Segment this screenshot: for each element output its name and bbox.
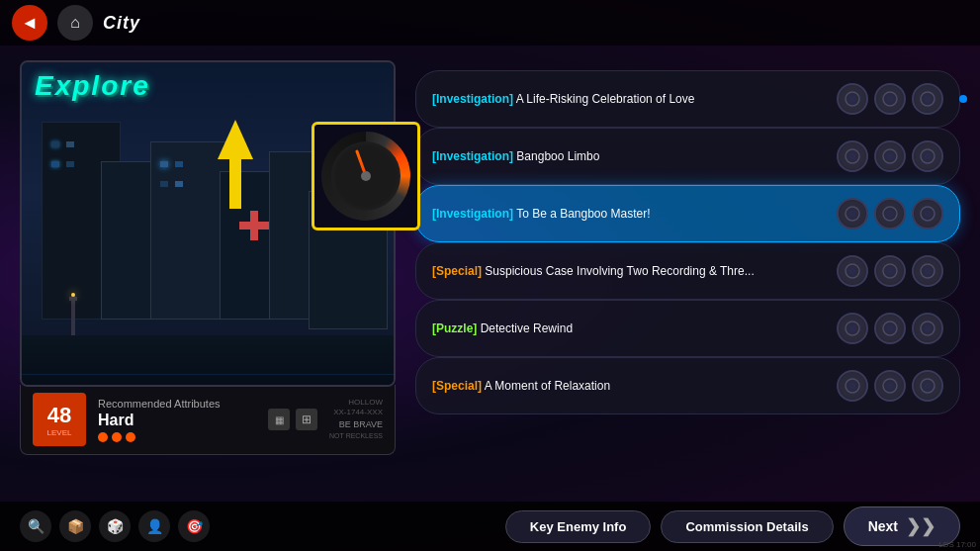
svg-point-5 — [924, 95, 932, 103]
package-icon-btn[interactable]: 📦 — [59, 510, 91, 542]
dice-icon-btn[interactable]: 🎲 — [99, 510, 131, 542]
recommended-label: Recommended Attributes — [98, 398, 256, 410]
back-button[interactable]: ◄ — [12, 5, 47, 41]
mission-circle-4-2 — [912, 313, 943, 344]
mission-title-3: Suspicious Case Involving Two Recording … — [482, 264, 755, 278]
mission-text-5: [Special] A Moment of Relaxation — [432, 378, 837, 395]
gauge-inner — [331, 141, 401, 211]
svg-point-13 — [848, 210, 856, 218]
svg-point-3 — [886, 95, 894, 103]
info-icons: ▦ ⊞ — [268, 409, 317, 430]
mission-circles-4 — [837, 313, 943, 344]
mission-circle-0-0 — [837, 83, 868, 115]
mission-text-3: [Special] Suspicious Case Involving Two … — [432, 263, 837, 280]
bottom-icons: 🔍 📦 🎲 👤 🎯 — [20, 510, 495, 542]
mission-row-2[interactable]: [Investigation] To Be a Bangboo Master! — [415, 185, 960, 242]
barcode-hollow: HOLLOW — [329, 398, 383, 408]
svg-point-21 — [886, 267, 894, 275]
difficulty-dots — [98, 432, 256, 442]
top-navigation: ◄ ⌂ City — [0, 0, 980, 46]
svg-point-17 — [924, 210, 932, 218]
mission-row-4[interactable]: [Puzzle] Detective Rewind — [415, 300, 960, 357]
mission-circles-2 — [837, 198, 943, 230]
commission-details-button[interactable]: Commission Details — [661, 510, 833, 543]
mission-text-2: [Investigation] To Be a Bangboo Master! — [432, 206, 837, 223]
svg-point-27 — [886, 324, 894, 332]
mission-circle-1-2 — [912, 140, 943, 172]
svg-point-33 — [886, 382, 894, 390]
mission-tag-2: [Investigation] — [432, 207, 513, 221]
mission-circle-3-2 — [912, 255, 943, 287]
mission-circle-5-1 — [874, 370, 906, 402]
search-icon-btn[interactable]: 🔍 — [20, 510, 51, 542]
home-button[interactable]: ⌂ — [57, 5, 93, 41]
gauge-dial — [321, 132, 410, 221]
mission-circle-3-0 — [837, 255, 868, 287]
bottom-bar: 🔍 📦 🎲 👤 🎯 Key Enemy Info Commission Deta… — [0, 502, 980, 551]
mission-row-3[interactable]: [Special] Suspicious Case Involving Two … — [415, 242, 960, 300]
mission-list: [Investigation] A Life-Risking Celebrati… — [415, 70, 960, 414]
mission-circle-4-1 — [874, 313, 906, 344]
gauge-box — [312, 122, 420, 230]
dot-3 — [126, 432, 135, 442]
mission-circles-0 — [837, 83, 943, 115]
grid-icon: ⊞ — [296, 409, 317, 430]
timestamp: LDS 17:00 — [938, 540, 976, 549]
mission-tag-4: [Puzzle] — [432, 321, 477, 335]
notification-dot-0 — [959, 95, 967, 103]
mission-circle-0-1 — [874, 83, 906, 115]
mission-circle-1-0 — [837, 140, 868, 172]
dot-2 — [112, 432, 122, 442]
mission-circles-5 — [837, 370, 943, 402]
mission-tag-3: [Special] — [432, 264, 482, 278]
mission-row-5[interactable]: [Special] A Moment of Relaxation — [415, 357, 960, 414]
mission-tag-0: [Investigation] — [432, 92, 513, 106]
mission-title-1: Bangboo Limbo — [513, 149, 599, 163]
mission-row-1[interactable]: [Investigation] Bangboo Limbo — [415, 128, 960, 185]
arrow-up-icon — [218, 120, 253, 159]
mission-title-2: To Be a Bangboo Master! — [513, 207, 651, 221]
svg-point-35 — [924, 382, 932, 390]
bebrave-sub: NOT RECKLESS — [329, 432, 383, 439]
arrow-shaft — [229, 159, 241, 209]
svg-point-7 — [848, 152, 856, 160]
svg-point-11 — [924, 152, 932, 160]
barcode-code: XX-1744-XXX — [329, 408, 383, 417]
info-details: Recommended Attributes Hard — [98, 398, 256, 442]
mission-text-4: [Puzzle] Detective Rewind — [432, 321, 837, 337]
svg-point-15 — [886, 210, 894, 218]
mission-circle-0-2 — [912, 83, 943, 115]
info-bar: 48 LEVEL Recommended Attributes Hard ▦ ⊞… — [20, 385, 396, 455]
mission-circle-5-2 — [912, 370, 943, 402]
mission-circle-2-2 — [912, 198, 943, 230]
svg-point-19 — [848, 267, 856, 275]
mission-title-5: A Moment of Relaxation — [482, 379, 610, 393]
user-icon-btn[interactable]: 👤 — [138, 510, 170, 542]
barcode-area: HOLLOW XX-1744-XXX BE BRAVE NOT RECKLESS — [329, 398, 383, 442]
mission-circles-3 — [837, 255, 943, 287]
layout-icon: ▦ — [268, 409, 290, 430]
level-sublabel: LEVEL — [47, 428, 72, 437]
difficulty-label: Hard — [98, 412, 256, 429]
main-content: Explore — [0, 46, 980, 502]
mission-circle-2-1 — [874, 198, 906, 230]
arrow-indicator — [218, 120, 253, 209]
mission-text-0: [Investigation] A Life-Risking Celebrati… — [432, 91, 837, 108]
target-icon-btn[interactable]: 🎯 — [178, 510, 210, 542]
svg-point-31 — [848, 382, 856, 390]
dot-1 — [98, 432, 108, 442]
mission-circle-5-0 — [837, 370, 868, 402]
svg-point-1 — [848, 95, 856, 103]
svg-point-29 — [924, 324, 932, 332]
city-label: City — [103, 13, 140, 34]
mission-row-0[interactable]: [Investigation] A Life-Risking Celebrati… — [415, 70, 960, 128]
mission-title-0: A Life-Risking Celebration of Love — [513, 92, 694, 106]
key-enemy-button[interactable]: Key Enemy Info — [505, 510, 652, 543]
svg-point-9 — [886, 152, 894, 160]
bebrave-label: BE BRAVE — [339, 419, 383, 429]
home-icon: ⌂ — [70, 14, 80, 32]
mission-circle-1-1 — [874, 140, 906, 172]
level-number: 48 — [47, 403, 71, 428]
mission-tag-1: [Investigation] — [432, 149, 513, 163]
explore-label: Explore — [35, 70, 150, 102]
